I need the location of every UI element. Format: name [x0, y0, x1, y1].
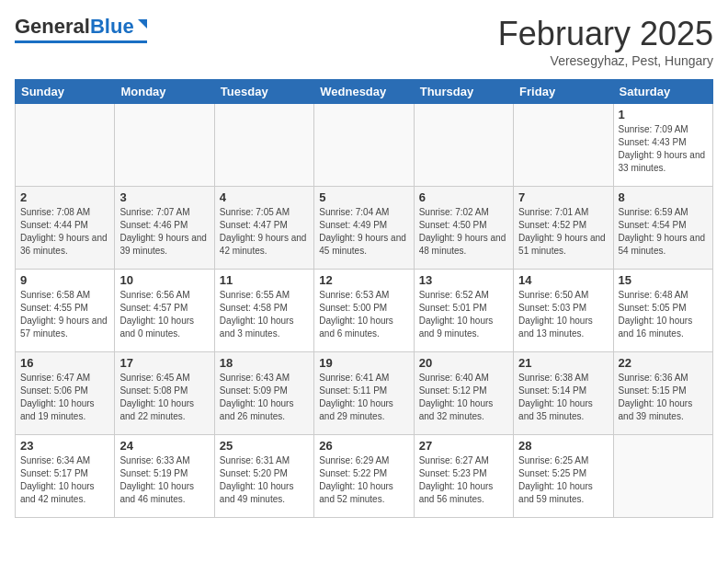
calendar-day-cell: 13Sunrise: 6:52 AM Sunset: 5:01 PM Dayli… [414, 270, 513, 352]
calendar-week-row: 23Sunrise: 6:34 AM Sunset: 5:17 PM Dayli… [16, 435, 713, 518]
day-info: Sunrise: 6:38 AM Sunset: 5:14 PM Dayligh… [518, 372, 608, 423]
day-number: 2 [20, 190, 109, 204]
day-info: Sunrise: 7:04 AM Sunset: 4:49 PM Dayligh… [319, 206, 408, 258]
calendar-day-cell: 2Sunrise: 7:08 AM Sunset: 4:44 PM Daylig… [16, 187, 115, 270]
calendar-day-cell [115, 104, 214, 187]
day-info: Sunrise: 6:58 AM Sunset: 4:55 PM Dayligh… [20, 289, 109, 340]
calendar-day-cell [214, 104, 313, 187]
day-info: Sunrise: 6:34 AM Sunset: 5:17 PM Dayligh… [20, 454, 109, 506]
calendar-day-cell: 7Sunrise: 7:01 AM Sunset: 4:52 PM Daylig… [514, 187, 613, 270]
day-number: 18 [220, 356, 309, 370]
day-number: 4 [220, 190, 309, 204]
calendar-day-cell: 11Sunrise: 6:55 AM Sunset: 4:58 PM Dayli… [214, 270, 313, 352]
day-info: Sunrise: 6:47 AM Sunset: 5:06 PM Dayligh… [20, 372, 109, 423]
day-info: Sunrise: 7:09 AM Sunset: 4:43 PM Dayligh… [619, 123, 708, 175]
day-of-week-header: Friday [514, 80, 613, 104]
day-number: 26 [319, 439, 408, 453]
day-number: 17 [119, 356, 209, 370]
calendar-day-cell: 23Sunrise: 6:34 AM Sunset: 5:17 PM Dayli… [16, 435, 115, 518]
calendar-day-cell: 8Sunrise: 6:59 AM Sunset: 4:54 PM Daylig… [613, 187, 712, 270]
day-number: 27 [419, 439, 508, 453]
day-number: 10 [119, 273, 209, 287]
day-number: 12 [319, 273, 408, 287]
day-number: 1 [619, 108, 708, 121]
day-number: 28 [518, 439, 608, 453]
calendar-week-row: 2Sunrise: 7:08 AM Sunset: 4:44 PM Daylig… [16, 187, 713, 270]
month-year-title: February 2025 [498, 15, 713, 53]
calendar-day-cell: 4Sunrise: 7:05 AM Sunset: 4:47 PM Daylig… [214, 187, 313, 270]
day-info: Sunrise: 7:07 AM Sunset: 4:46 PM Dayligh… [119, 206, 209, 258]
calendar-day-cell: 27Sunrise: 6:27 AM Sunset: 5:23 PM Dayli… [414, 435, 513, 518]
day-info: Sunrise: 6:27 AM Sunset: 5:23 PM Dayligh… [419, 454, 508, 506]
day-info: Sunrise: 6:59 AM Sunset: 4:54 PM Dayligh… [619, 206, 708, 258]
calendar-day-cell: 15Sunrise: 6:48 AM Sunset: 5:05 PM Dayli… [613, 270, 712, 352]
day-number: 3 [119, 190, 209, 204]
day-info: Sunrise: 7:08 AM Sunset: 4:44 PM Dayligh… [20, 206, 109, 258]
day-number: 5 [319, 190, 408, 204]
calendar-week-row: 16Sunrise: 6:47 AM Sunset: 5:06 PM Dayli… [16, 352, 713, 435]
title-block: February 2025 Veresegyhaz, Pest, Hungary [498, 15, 713, 68]
day-number: 20 [419, 356, 508, 370]
day-info: Sunrise: 6:40 AM Sunset: 5:12 PM Dayligh… [419, 372, 508, 423]
calendar-day-cell [314, 104, 414, 187]
day-number: 9 [20, 273, 109, 287]
day-info: Sunrise: 7:01 AM Sunset: 4:52 PM Dayligh… [518, 206, 608, 258]
calendar-day-cell: 22Sunrise: 6:36 AM Sunset: 5:15 PM Dayli… [613, 352, 712, 435]
calendar-day-cell: 19Sunrise: 6:41 AM Sunset: 5:11 PM Dayli… [314, 352, 414, 435]
day-number: 16 [20, 356, 109, 370]
day-of-week-header: Monday [115, 80, 214, 104]
day-info: Sunrise: 6:41 AM Sunset: 5:11 PM Dayligh… [319, 372, 408, 423]
day-number: 19 [319, 356, 408, 370]
day-of-week-header: Wednesday [314, 80, 414, 104]
day-of-week-header: Saturday [613, 80, 712, 104]
day-number: 14 [518, 273, 608, 287]
day-of-week-header: Tuesday [214, 80, 313, 104]
calendar-day-cell: 26Sunrise: 6:29 AM Sunset: 5:22 PM Dayli… [314, 435, 414, 518]
calendar-day-cell: 5Sunrise: 7:04 AM Sunset: 4:49 PM Daylig… [314, 187, 414, 270]
day-number: 22 [619, 356, 708, 370]
logo: General Blue [15, 15, 147, 43]
calendar-day-cell: 24Sunrise: 6:33 AM Sunset: 5:19 PM Dayli… [115, 435, 214, 518]
calendar-day-cell: 16Sunrise: 6:47 AM Sunset: 5:06 PM Dayli… [16, 352, 115, 435]
day-info: Sunrise: 6:29 AM Sunset: 5:22 PM Dayligh… [319, 454, 408, 506]
calendar-week-row: 9Sunrise: 6:58 AM Sunset: 4:55 PM Daylig… [16, 270, 713, 352]
logo-arrow-icon [138, 19, 147, 29]
day-info: Sunrise: 6:53 AM Sunset: 5:00 PM Dayligh… [319, 289, 408, 340]
day-number: 11 [220, 273, 309, 287]
page-header: General Blue February 2025 Veresegyhaz, … [15, 15, 713, 68]
calendar-day-cell: 1Sunrise: 7:09 AM Sunset: 4:43 PM Daylig… [613, 104, 712, 187]
calendar-week-row: 1Sunrise: 7:09 AM Sunset: 4:43 PM Daylig… [16, 104, 713, 187]
calendar-day-cell: 18Sunrise: 6:43 AM Sunset: 5:09 PM Dayli… [214, 352, 313, 435]
day-info: Sunrise: 6:36 AM Sunset: 5:15 PM Dayligh… [619, 372, 708, 423]
calendar-day-cell: 20Sunrise: 6:40 AM Sunset: 5:12 PM Dayli… [414, 352, 513, 435]
day-number: 8 [619, 190, 708, 204]
day-info: Sunrise: 6:50 AM Sunset: 5:03 PM Dayligh… [518, 289, 608, 340]
day-number: 23 [20, 439, 109, 453]
day-info: Sunrise: 6:56 AM Sunset: 4:57 PM Dayligh… [119, 289, 209, 340]
logo-general: General [15, 15, 90, 39]
logo-blue: Blue [90, 15, 134, 39]
day-info: Sunrise: 6:31 AM Sunset: 5:20 PM Dayligh… [220, 454, 309, 506]
day-info: Sunrise: 6:45 AM Sunset: 5:08 PM Dayligh… [119, 372, 209, 423]
calendar-day-cell: 10Sunrise: 6:56 AM Sunset: 4:57 PM Dayli… [115, 270, 214, 352]
calendar-day-cell: 6Sunrise: 7:02 AM Sunset: 4:50 PM Daylig… [414, 187, 513, 270]
day-info: Sunrise: 6:43 AM Sunset: 5:09 PM Dayligh… [220, 372, 309, 423]
day-number: 21 [518, 356, 608, 370]
location-subtitle: Veresegyhaz, Pest, Hungary [498, 53, 713, 68]
day-of-week-header: Thursday [414, 80, 513, 104]
day-info: Sunrise: 6:33 AM Sunset: 5:19 PM Dayligh… [119, 454, 209, 506]
day-number: 6 [419, 190, 508, 204]
calendar-day-cell: 17Sunrise: 6:45 AM Sunset: 5:08 PM Dayli… [115, 352, 214, 435]
calendar-day-cell [613, 435, 712, 518]
calendar-day-cell: 25Sunrise: 6:31 AM Sunset: 5:20 PM Dayli… [214, 435, 313, 518]
calendar-day-cell [414, 104, 513, 187]
day-number: 25 [220, 439, 309, 453]
day-info: Sunrise: 6:48 AM Sunset: 5:05 PM Dayligh… [619, 289, 708, 340]
day-info: Sunrise: 7:05 AM Sunset: 4:47 PM Dayligh… [220, 206, 309, 258]
day-info: Sunrise: 7:02 AM Sunset: 4:50 PM Dayligh… [419, 206, 508, 258]
day-number: 24 [119, 439, 209, 453]
day-info: Sunrise: 6:52 AM Sunset: 5:01 PM Dayligh… [419, 289, 508, 340]
calendar-day-cell: 21Sunrise: 6:38 AM Sunset: 5:14 PM Dayli… [514, 352, 613, 435]
calendar-day-cell: 14Sunrise: 6:50 AM Sunset: 5:03 PM Dayli… [514, 270, 613, 352]
calendar-day-cell [514, 104, 613, 187]
